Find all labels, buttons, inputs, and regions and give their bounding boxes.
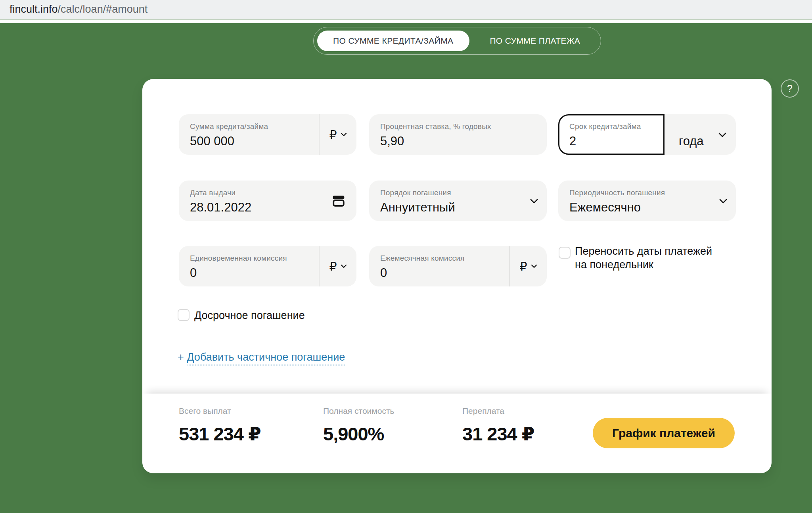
issue-date-label: Дата выдачи [190, 188, 236, 197]
loan-amount-value: 500 000 [190, 134, 234, 148]
loan-amount-currency-select[interactable]: ₽ [320, 114, 356, 155]
loan-term-label: Срок кредита/займа [569, 122, 641, 131]
plus-icon: + [178, 351, 187, 363]
repayment-order-select[interactable]: Порядок погашения Аннуитетный [369, 181, 547, 221]
browser-address-bar[interactable]: fincult.info/calc/loan/#amount [0, 0, 812, 19]
one-time-fee-value: 0 [190, 266, 197, 280]
move-dates-checkbox[interactable] [559, 247, 571, 259]
chevron-down-icon [341, 133, 347, 136]
periodicity-label: Периодичность погашения [569, 188, 665, 197]
monthly-fee-label: Ежемесячная комиссия [380, 254, 465, 263]
ruble-icon: ₽ [329, 128, 337, 142]
chevron-down-icon [718, 133, 726, 137]
periodicity-select[interactable]: Периодичность погашения Ежемесячно [558, 181, 736, 221]
monthly-fee-value: 0 [380, 266, 387, 280]
periodicity-value: Ежемесячно [569, 200, 641, 215]
loan-amount-label: Сумма кредита/займа [190, 122, 268, 131]
interest-rate-value: 5,90 [380, 134, 404, 148]
full-cost-value: 5,900% [323, 423, 384, 445]
url-domain: fincult.info [10, 3, 58, 15]
tab-by-payment-amount[interactable]: ПО СУММЕ ПЛАТЕЖА [469, 36, 601, 46]
payment-schedule-button[interactable]: График платежей [593, 418, 735, 448]
question-mark-icon: ? [787, 83, 793, 94]
total-payments-value: 531 234 ₽ [179, 423, 261, 445]
ruble-icon: ₽ [329, 259, 337, 273]
interest-rate-field[interactable]: Процентная ставка, % годовых 5,90 [369, 114, 547, 155]
add-partial-repayment-text: Добавить частичное погашение [187, 351, 345, 365]
page: fincult.info/calc/loan/#amount ПО СУММЕ … [0, 0, 812, 513]
monthly-fee-currency-select[interactable]: ₽ [510, 246, 547, 286]
one-time-fee-label: Единовременная комиссия [190, 254, 287, 263]
full-cost-label: Полная стоимость [323, 406, 395, 416]
calculator-card: Сумма кредита/займа 500 000 ₽ Процентная… [142, 79, 772, 473]
loan-term-unit-select[interactable]: года [665, 114, 736, 155]
ruble-icon: ₽ [519, 259, 527, 273]
interest-rate-label: Процентная ставка, % годовых [380, 122, 491, 131]
loan-amount-field[interactable]: Сумма кредита/займа 500 000 ₽ [179, 114, 356, 155]
repayment-order-value: Аннуитетный [380, 200, 455, 215]
issue-date-field[interactable]: Дата выдачи 28.01.2022 [179, 181, 356, 221]
loan-term-field[interactable]: Срок кредита/займа 2 [558, 114, 665, 155]
chevron-down-icon [341, 264, 347, 268]
repayment-order-label: Порядок погашения [380, 188, 451, 197]
overpayment-label: Переплата [462, 406, 504, 416]
one-time-fee-currency-select[interactable]: ₽ [320, 246, 356, 286]
calc-mode-toggle: ПО СУММЕ КРЕДИТА/ЗАЙМА ПО СУММЕ ПЛАТЕЖА [313, 27, 601, 55]
early-repayment-label: Досрочное погашение [194, 309, 305, 322]
tab-by-loan-amount[interactable]: ПО СУММЕ КРЕДИТА/ЗАЙМА [317, 31, 469, 51]
overpayment-value: 31 234 ₽ [462, 423, 534, 445]
move-dates-label: Переносить даты платежей на понедельник [575, 244, 714, 271]
chevron-down-icon [530, 199, 538, 204]
total-payments-label: Всего выплат [179, 406, 231, 416]
chevron-down-icon [719, 199, 727, 204]
help-button[interactable]: ? [781, 79, 799, 98]
early-repayment-checkbox[interactable] [178, 309, 190, 321]
url-path: /calc/loan/#amount [58, 3, 148, 15]
loan-term-value: 2 [569, 134, 576, 148]
page-top-strip [0, 19, 812, 23]
chevron-down-icon [531, 264, 537, 268]
results-panel: Всего выплат 531 234 ₽ Полная стоимость … [142, 394, 772, 473]
monthly-fee-field[interactable]: Ежемесячная комиссия 0 ₽ [369, 246, 547, 286]
add-partial-repayment-link[interactable]: + Добавить частичное погашение [178, 351, 345, 363]
issue-date-value: 28.01.2022 [190, 200, 251, 215]
loan-term-unit-value: года [679, 134, 704, 148]
calendar-icon[interactable] [332, 194, 345, 208]
one-time-fee-field[interactable]: Единовременная комиссия 0 ₽ [179, 246, 356, 286]
